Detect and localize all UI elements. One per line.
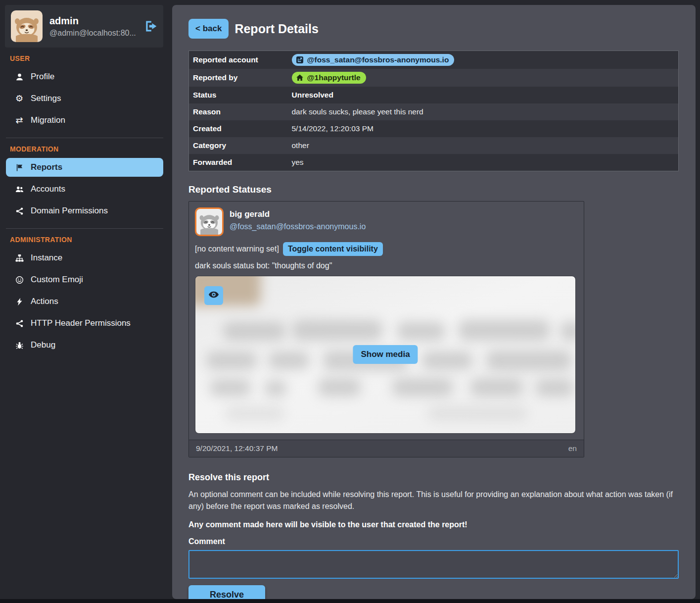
status-footer: 9/20/2021, 12:40:37 PM en — [189, 440, 584, 457]
report-details-table-body: Reported account@foss_satan@fossbros-ano… — [189, 51, 679, 171]
status-language: en — [568, 444, 577, 453]
report-details-table: Reported account@foss_satan@fossbros-ano… — [188, 50, 679, 171]
migration-icon: ⇄ — [14, 116, 25, 125]
sidebar-item-label: Debug — [31, 340, 55, 350]
sidebar-item-label: Migration — [31, 115, 65, 125]
pill-label: @foss_satan@fossbros-anonymous.io — [307, 55, 449, 64]
table-row: Forwardedyes — [189, 154, 679, 171]
row-label: Created — [189, 120, 288, 137]
status-media-blurred[interactable]: Show media — [195, 276, 576, 434]
status-header: big gerald @foss_satan@fossbros-anonymou… — [195, 207, 577, 236]
nav-section-moderation: MODERATION — [10, 145, 163, 153]
back-button[interactable]: < back — [188, 19, 229, 39]
page-header: < back Report Details — [188, 19, 679, 39]
hide-media-eye-button[interactable] — [204, 286, 223, 305]
status-display-name: big gerald — [230, 209, 366, 219]
comment-textarea[interactable] — [188, 550, 679, 579]
bottom-strip — [0, 599, 700, 603]
row-value: @foss_satan@fossbros-anonymous.io — [288, 51, 679, 69]
comment-label: Comment — [188, 537, 679, 546]
smile-icon — [14, 275, 25, 284]
nav-section-administration: ADMINISTRATION — [10, 236, 163, 244]
report-details-panel: < back Report Details Reported account@f… — [172, 5, 696, 599]
reported-status-card: big gerald @foss_satan@fossbros-anonymou… — [188, 201, 584, 457]
user-meta: admin @admin@localhost:80... — [49, 15, 138, 38]
user-card[interactable]: admin @admin@localhost:80... — [5, 5, 163, 48]
status-text: dark souls status bot: "thoughts of dog" — [195, 261, 577, 270]
users-icon — [14, 185, 25, 194]
sidebar-item-instance[interactable]: Instance — [6, 249, 163, 267]
sitemap-icon — [14, 253, 25, 262]
sidebar-item-debug[interactable]: Debug — [6, 336, 163, 354]
sidebar-item-domain-permissions[interactable]: Domain Permissions — [6, 201, 163, 220]
sidebar: admin @admin@localhost:80... USERProfile… — [0, 0, 172, 357]
gears-icon: ⚙ — [14, 94, 25, 103]
share-nodes-icon — [14, 206, 25, 215]
account-pill-green[interactable]: @1happyturtle — [292, 72, 366, 84]
user-name: admin — [49, 15, 138, 27]
row-label: Status — [189, 87, 288, 103]
content-warning-row: [no content warning set] Toggle content … — [195, 242, 577, 256]
sidebar-item-accounts[interactable]: Accounts — [6, 180, 163, 199]
row-label: Reported account — [189, 51, 288, 69]
sidebar-item-label: Reports — [31, 162, 62, 172]
sloth-avatar — [195, 207, 224, 236]
nav-divider — [6, 138, 163, 138]
table-row: StatusUnresolved — [189, 87, 679, 103]
resolve-note: Any comment made here will be visible to… — [188, 520, 679, 529]
table-row: Reasondark souls sucks, please yeet this… — [189, 103, 679, 120]
sidebar-nav: USERProfile⚙Settings⇄MigrationMODERATION… — [0, 54, 172, 354]
row-value: dark souls sucks, please yeet this nerd — [288, 103, 679, 120]
sidebar-item-profile[interactable]: Profile — [6, 67, 163, 86]
row-value: @1happyturtle — [288, 69, 679, 87]
sidebar-item-http-header-permissions[interactable]: HTTP Header Permissions — [6, 314, 163, 333]
status-body: big gerald @foss_satan@fossbros-anonymou… — [189, 201, 584, 440]
sidebar-item-actions[interactable]: Actions — [6, 292, 163, 311]
user-handle: @admin@localhost:80... — [49, 29, 138, 38]
sidebar-item-label: Domain Permissions — [31, 206, 108, 216]
row-value: 5/14/2022, 12:20:03 PM — [288, 120, 679, 137]
bug-icon — [14, 341, 25, 350]
user-icon — [14, 72, 25, 81]
row-value: other — [288, 137, 679, 154]
resolve-description: An optional comment can be included whil… — [188, 489, 679, 512]
sidebar-item-custom-emoji[interactable]: Custom Emoji — [6, 270, 163, 289]
status-timestamp: 9/20/2021, 12:40:37 PM — [196, 444, 278, 453]
table-row: Categoryother — [189, 137, 679, 154]
share-nodes-icon — [14, 319, 25, 328]
account-pill-blue[interactable]: @foss_satan@fossbros-anonymous.io — [292, 54, 455, 66]
row-label: Reported by — [189, 69, 288, 87]
sidebar-item-label: Accounts — [31, 184, 65, 194]
bolt-icon — [14, 297, 25, 306]
content-warning-label: [no content warning set] — [195, 245, 279, 253]
sloth-avatar — [11, 10, 43, 42]
status-names: big gerald @foss_satan@fossbros-anonymou… — [230, 207, 366, 231]
eye-icon — [208, 289, 219, 302]
sidebar-item-label: Profile — [31, 72, 54, 82]
sidebar-item-label: Custom Emoji — [31, 275, 83, 285]
flag-icon — [14, 163, 25, 172]
status-handle[interactable]: @foss_satan@fossbros-anonymous.io — [230, 222, 366, 231]
nav-section-user: USER — [10, 54, 163, 62]
sidebar-item-label: Instance — [31, 253, 62, 263]
show-media-button[interactable]: Show media — [353, 345, 418, 364]
sidebar-item-reports[interactable]: Reports — [6, 158, 163, 177]
pill-label: @1happyturtle — [307, 73, 361, 82]
sidebar-item-settings[interactable]: ⚙Settings — [6, 89, 163, 108]
sidebar-item-label: Actions — [31, 297, 58, 306]
row-value: Unresolved — [288, 87, 679, 103]
house-icon — [296, 74, 304, 82]
sidebar-item-label: Settings — [31, 94, 61, 103]
external-link-icon — [296, 56, 304, 64]
reported-statuses-heading: Reported Statuses — [188, 184, 679, 195]
row-label: Reason — [189, 103, 288, 120]
page-title: Report Details — [234, 22, 318, 36]
row-label: Forwarded — [189, 154, 288, 171]
toggle-content-visibility-button[interactable]: Toggle content visibility — [283, 242, 383, 256]
logout-icon[interactable] — [144, 20, 157, 33]
sidebar-item-migration[interactable]: ⇄Migration — [6, 111, 163, 130]
nav-divider — [6, 228, 163, 229]
resolve-heading: Resolve this report — [188, 472, 679, 483]
row-value: yes — [288, 154, 679, 171]
table-row: Reported by@1happyturtle — [189, 69, 679, 87]
